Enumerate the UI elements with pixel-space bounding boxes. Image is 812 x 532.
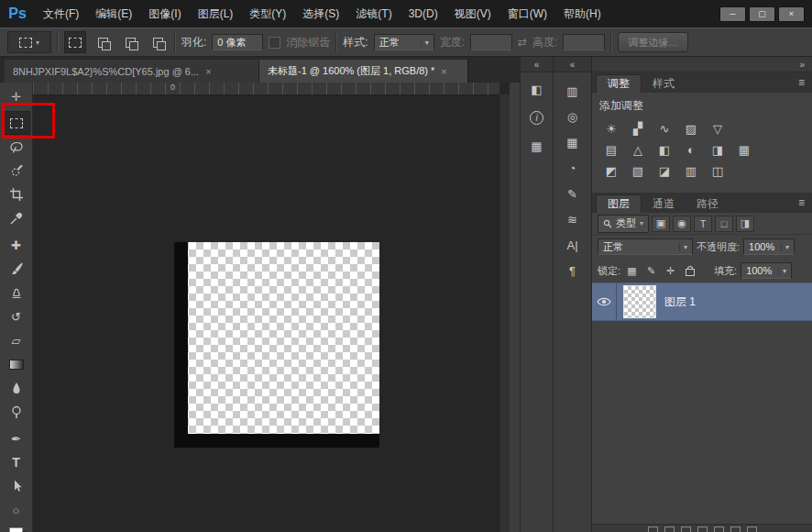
minimize-button[interactable]: ─ [719,6,746,22]
layer-row-selected[interactable]: 图层 1 [592,283,812,321]
brush-panel-button[interactable]: ✎ [561,184,585,203]
subtract-from-selection-button[interactable] [119,31,141,53]
color-panel-button[interactable]: ▥ [561,82,585,100]
document-tab-2[interactable]: 未标题-1 @ 1600% (图层 1, RGB/8) * × [259,60,468,83]
blend-mode-dropdown[interactable]: 正常 ▾ [598,238,693,255]
brightness-contrast-icon[interactable]: ☀ [599,119,623,138]
vertical-scrollbar[interactable] [499,94,510,532]
expand-dock-button[interactable]: « [521,57,553,72]
selective-color-icon[interactable]: ◫ [706,161,730,180]
navigator-panel-button[interactable]: ◔ [561,159,585,177]
tab-layers[interactable]: 图层 [596,194,642,213]
photo-filter-icon[interactable]: ◐ [679,140,703,159]
menu-window[interactable]: 窗口(W) [499,0,555,28]
history-brush-tool[interactable]: ↺ [3,305,30,328]
filter-pixel-button[interactable]: ▣ [652,216,670,232]
info-panel-button[interactable]: i [525,108,549,127]
tab-adjustments[interactable]: 调整 [596,74,642,93]
crop-tool[interactable] [3,183,30,206]
ellipse-tool[interactable]: ○ [3,498,30,522]
refine-edge-button[interactable]: 调整边缘… [618,32,688,52]
color-balance-icon[interactable]: △ [626,140,650,159]
close-icon[interactable]: × [441,66,446,77]
threshold-icon[interactable]: ◪ [653,161,676,180]
layers-list-empty-area[interactable] [592,321,812,524]
exposure-icon[interactable]: ▨ [679,119,703,138]
foreground-color-swatch[interactable] [3,522,30,532]
document-tab-1[interactable]: 8NHJPXIF9L$A2}%S%CD[Y65.jpg @ 6... × [5,60,259,83]
menu-edit[interactable]: 编辑(E) [87,0,140,28]
color-lookup-icon[interactable]: ▦ [732,140,756,159]
collapse-dock-bar[interactable]: » [592,57,812,72]
close-button[interactable]: × [778,6,805,22]
styles-panel-button[interactable]: ▦ [561,133,585,151]
pen-tool[interactable]: ✒ [3,427,30,450]
lock-transparency-button[interactable]: ▦ [624,263,640,278]
menu-file[interactable]: 文件(F) [35,0,87,28]
panel-menu-icon[interactable]: ≡ [798,76,805,89]
layer-filter-dropdown[interactable]: 类型 ▾ [598,215,649,233]
menu-type[interactable]: 类型(Y) [241,0,294,28]
properties-panel-button[interactable]: ◧ [525,80,549,98]
tab-paths[interactable]: 路径 [686,194,730,213]
intersect-selection-button[interactable] [147,31,169,53]
layer-name[interactable]: 图层 1 [664,294,696,310]
menu-layer[interactable]: 图层(L) [190,0,242,28]
layer-comps-panel-button[interactable]: ≋ [561,210,585,228]
layer-effects-button[interactable] [664,526,675,532]
path-selection-tool[interactable] [3,474,30,498]
swatches-panel-button[interactable]: ◎ [561,107,585,126]
gradient-tool[interactable] [3,352,30,376]
blur-tool[interactable] [3,376,30,400]
channel-mixer-icon[interactable]: ◨ [706,140,730,159]
tool-preset-picker[interactable]: ▾ [7,31,51,53]
feather-input[interactable]: 0 像素 [212,34,263,50]
new-adjustment-layer-button[interactable] [697,526,708,532]
posterize-icon[interactable]: ▧ [626,161,650,180]
brush-tool[interactable] [3,257,30,281]
document-canvas[interactable] [174,242,379,448]
lock-image-button[interactable]: ✎ [643,263,659,278]
filter-smart-button[interactable]: ◨ [736,216,754,232]
menu-image[interactable]: 图像(I) [140,0,189,28]
opacity-input[interactable]: 100% ▾ [743,238,795,255]
fill-input[interactable]: 100% ▾ [741,262,792,279]
tab-styles[interactable]: 样式 [642,74,686,93]
quick-selection-tool[interactable] [3,159,30,183]
expand-dock-button[interactable]: « [554,57,591,72]
lock-all-button[interactable] [682,263,697,278]
vibrance-icon[interactable]: ▽ [706,119,730,138]
clone-stamp-tool[interactable] [3,281,30,305]
character-panel-button[interactable]: A| [561,236,585,254]
style-dropdown[interactable]: 正常 ▾ [374,34,434,50]
swap-dimensions-icon[interactable]: ⇄ [518,36,527,49]
layer-visibility-toggle[interactable] [592,283,617,320]
levels-icon[interactable]: ▞ [626,119,650,138]
filter-type-button[interactable]: T [694,216,712,232]
type-tool[interactable]: T [3,450,30,474]
curves-icon[interactable]: ∿ [653,119,676,138]
menu-help[interactable]: 帮助(H) [555,0,609,28]
delete-layer-button[interactable] [747,526,757,532]
restore-button[interactable]: ▢ [749,6,775,22]
paragraph-panel-button[interactable]: ¶ [561,261,585,280]
menu-view[interactable]: 视图(V) [446,0,499,28]
new-group-button[interactable] [714,526,724,532]
spot-healing-brush-tool[interactable]: ✚ [3,233,30,257]
dodge-tool[interactable] [3,400,30,424]
layer-mask-button[interactable] [681,526,691,532]
new-layer-button[interactable] [730,526,741,532]
panel-menu-icon[interactable]: ≡ [798,196,805,209]
gradient-map-icon[interactable]: ▥ [679,161,703,180]
filter-shape-button[interactable]: □ [715,216,733,232]
invert-icon[interactable]: ◩ [599,161,623,180]
close-icon[interactable]: × [205,66,211,77]
canvas-area[interactable]: 0 [33,83,510,532]
histogram-panel-button[interactable]: ▦ [525,137,549,155]
tab-channels[interactable]: 通道 [642,194,686,213]
filter-adjustment-button[interactable]: ◉ [673,216,691,232]
hue-saturation-icon[interactable]: ▤ [599,140,623,159]
menu-filter[interactable]: 滤镜(T) [347,0,400,28]
height-input[interactable] [563,34,605,50]
width-input[interactable] [470,34,512,50]
